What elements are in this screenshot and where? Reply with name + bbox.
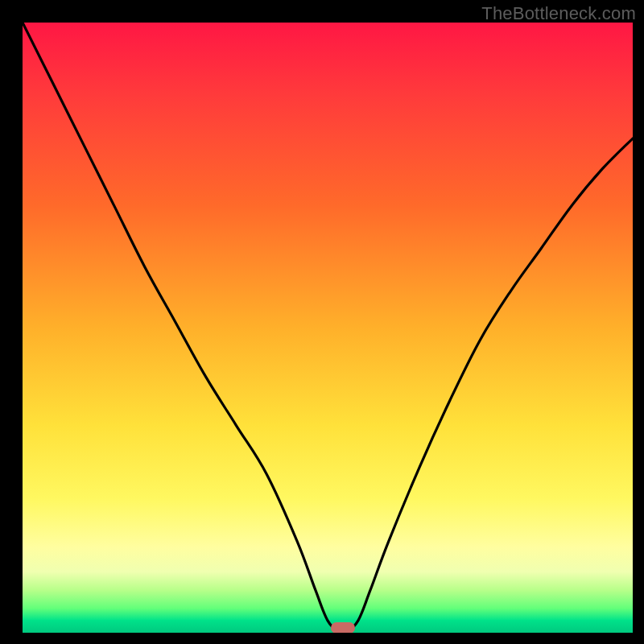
watermark-text: TheBottleneck.com [481, 3, 636, 24]
optimal-marker [331, 622, 355, 633]
plot-area [23, 23, 633, 633]
chart-frame: TheBottleneck.com [0, 0, 644, 644]
bottleneck-curve [23, 23, 633, 633]
